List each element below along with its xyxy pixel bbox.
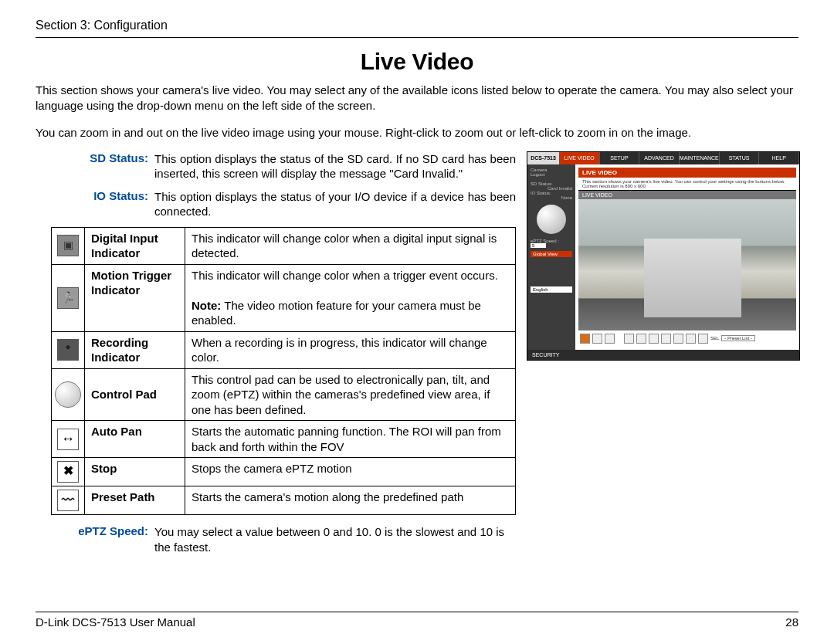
section-label: Section 3: Configuration [36,19,798,32]
row-name: Control Pad [85,368,185,421]
row-desc: Stops the camera ePTZ motion [185,458,516,486]
shot-btn-3[interactable] [605,334,615,344]
io-status-row: IO Status: This option displays the stat… [36,189,516,219]
sd-status-body: This option displays the status of the S… [154,151,516,181]
icon-table: Digital Input Indicator This indicator w… [51,227,516,516]
preset-path-icon [52,486,85,515]
footer-rule [36,612,798,612]
note-text: The video motion feature for your camera… [192,299,481,327]
row-desc: This indicator will change color when a … [185,264,516,331]
row-name: Recording Indicator [85,331,185,368]
stop-icon [52,458,85,486]
ui-screenshot: DCS-7513 LIVE VIDEO SETUP ADVANCED MAINT… [527,151,800,361]
header-rule [36,37,798,38]
row-desc: Starts the automatic panning function. T… [185,421,516,458]
shot-toolbar-sel: SEL [710,336,719,341]
shot-btn-7[interactable] [661,334,671,344]
footer-left: D-Link DCS-7513 User Manual [36,615,195,629]
shot-language-select[interactable]: English [531,286,572,293]
shot-nav-status[interactable]: STATUS [720,152,760,164]
table-row: Motion Trigger Indicator This indicator … [52,264,516,331]
shot-nav-maintenance[interactable]: MAINTENANCE [680,152,720,164]
shot-model: DCS-7513 [527,152,560,164]
control-pad-icon [52,368,85,421]
shot-control-pad[interactable] [537,205,566,234]
sd-status-label: SD Status: [36,151,148,181]
footer-page: 28 [785,615,798,629]
recording-icon [52,331,85,368]
shot-eptz-value[interactable]: 5 [531,243,546,248]
eptz-speed-label: ePTZ Speed: [36,524,148,554]
row-desc: This indicator will change color when a … [185,227,516,264]
eptz-speed-row: ePTZ Speed: You may select a value betwe… [36,524,516,554]
table-row: Preset Path Starts the camera's motion a… [52,486,516,515]
row-name: Motion Trigger Indicator [85,264,185,331]
row-desc-text: This indicator will change color when a … [192,269,498,282]
table-row: Digital Input Indicator This indicator w… [52,227,516,264]
io-status-label: IO Status: [36,189,148,219]
shot-toolbar: SEL - Preset List - [578,330,796,347]
shot-pane-sub: This section shows your camera's live vi… [578,178,796,191]
row-desc: When a recording is in progress, this in… [185,331,516,368]
row-name: Stop [85,458,185,486]
shot-nav: DCS-7513 LIVE VIDEO SETUP ADVANCED MAINT… [527,152,799,164]
intro-paragraph-2: You can zoom in and out on the live vide… [36,125,798,141]
shot-btn-2[interactable] [592,334,602,344]
shot-nav-advanced[interactable]: ADVANCED [639,152,680,164]
shot-btn-1[interactable] [580,334,590,344]
shot-btn-5[interactable] [636,334,646,344]
section-header: Section 3: Configuration [36,19,798,38]
shot-nav-help[interactable]: HELP [759,152,799,164]
note-label: Note: [192,299,221,312]
shot-footer: SECURITY [527,350,799,360]
shot-global-view[interactable]: Global View [531,251,572,257]
row-name: Auto Pan [85,421,185,458]
io-status-body: This option displays the status of your … [154,189,516,219]
table-row: Auto Pan Starts the automatic panning fu… [52,421,516,458]
shot-btn-8[interactable] [673,334,683,344]
shot-btn-9[interactable] [686,334,696,344]
shot-preset-list[interactable]: - Preset List - [721,335,755,341]
row-name: Preset Path [85,486,185,515]
eptz-speed-body: You may select a value between 0 and 10.… [154,524,516,554]
left-column: SD Status: This option displays the stat… [36,151,516,563]
shot-io-value: None [531,195,572,200]
shot-btn-4[interactable] [624,334,634,344]
intro-paragraph-1: This section shows your camera's live vi… [36,83,798,114]
auto-pan-icon [52,421,85,458]
shot-section-bar: LIVE VIDEO [578,191,796,199]
table-row: Stop Stops the camera ePTZ motion [52,458,516,486]
row-desc: This control pad can be used to electron… [185,368,516,421]
page-footer: D-Link DCS-7513 User Manual 28 [36,612,798,629]
shot-live-video[interactable] [578,199,796,330]
table-row: Recording Indicator When a recording is … [52,331,516,368]
shot-pane-title: LIVE VIDEO [578,168,796,178]
shot-main: LIVE VIDEO This section shows your camer… [575,164,799,350]
table-row: Control Pad This control pad can be used… [52,368,516,421]
shot-btn-6[interactable] [649,334,659,344]
shot-sidebar: Camera Logout SD Status: Card Invalid IO… [527,164,575,350]
shot-btn-10[interactable] [698,334,708,344]
row-name: Digital Input Indicator [85,227,185,264]
page-title: Live Video [36,49,798,75]
sd-status-row: SD Status: This option displays the stat… [36,151,516,181]
digital-input-icon [52,227,85,264]
shot-nav-live[interactable]: LIVE VIDEO [560,152,600,164]
motion-trigger-icon [52,264,85,331]
shot-eptz-label: ePTZ Speed : [531,239,572,243]
shot-nav-setup[interactable]: SETUP [600,152,640,164]
row-desc: Starts the camera's motion along the pre… [185,486,516,515]
